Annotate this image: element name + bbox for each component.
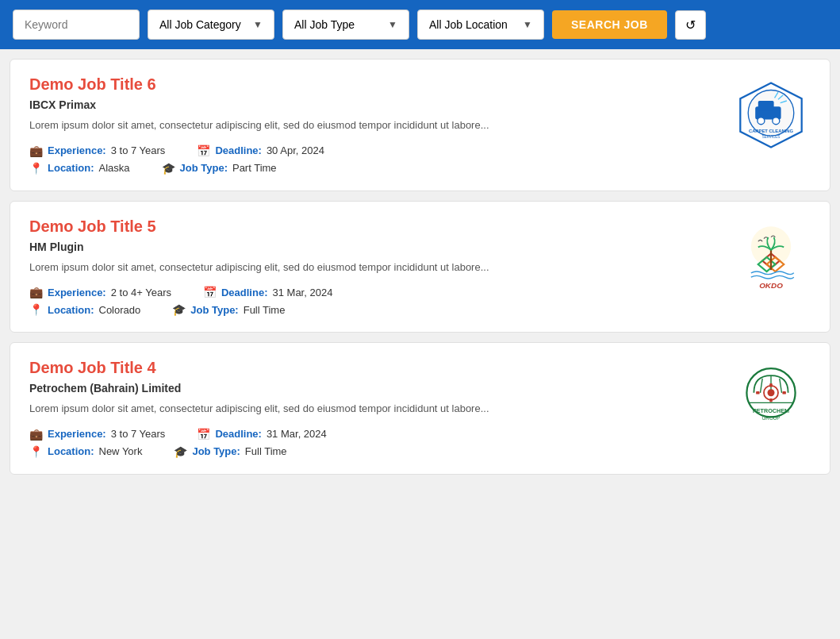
deadline-value-6: 30 Apr, 2024 xyxy=(267,144,324,156)
company-name-5: HM Plugin xyxy=(29,241,715,253)
job-description-5: Lorem ipsum dolor sit amet, consectetur … xyxy=(29,260,715,275)
location-chevron-icon: ▼ xyxy=(523,19,532,30)
deadline-value-4: 31 Mar, 2024 xyxy=(267,428,327,440)
experience-item-5: 💼 Experience: 2 to 4+ Years xyxy=(29,286,171,298)
deadline-value-5: 31 Mar, 2024 xyxy=(272,287,332,298)
location-value-6: Alaska xyxy=(99,162,130,174)
experience-value-4: 3 to 7 Years xyxy=(111,428,166,440)
deadline-label-5: Deadline: xyxy=(221,287,268,298)
type-chevron-icon: ▼ xyxy=(388,19,397,30)
svg-rect-26 xyxy=(782,391,786,395)
job-meta-5: 💼 Experience: 2 to 4+ Years 📅 Deadline: … xyxy=(29,286,715,316)
job-listings: Demo Job Title 6 IBCX Primax Lorem ipsum… xyxy=(0,49,840,484)
type-label: All Job Type xyxy=(294,18,355,31)
svg-point-4 xyxy=(758,117,765,125)
svg-text:GROUP: GROUP xyxy=(761,415,780,421)
experience-item-4: 💼 Experience: 3 to 7 Years xyxy=(29,428,165,441)
location-icon-4: 📍 xyxy=(29,445,43,458)
briefcase-icon-6: 💼 xyxy=(29,144,43,157)
job-info-6: Demo Job Title 6 IBCX Primax Lorem ipsum… xyxy=(29,75,715,175)
meta-row-1-6: 💼 Experience: 3 to 7 Years 📅 Deadline: 3… xyxy=(29,144,715,157)
meta-row-1-5: 💼 Experience: 2 to 4+ Years 📅 Deadline: … xyxy=(29,286,715,298)
experience-label-6: Experience: xyxy=(48,144,106,156)
svg-text:OKDO: OKDO xyxy=(759,280,783,289)
jobtype-value-6: Part Time xyxy=(232,162,277,174)
calendar-icon-6: 📅 xyxy=(197,144,210,157)
category-label: All Job Category xyxy=(159,18,241,31)
company-logo-5: OKDO xyxy=(731,217,811,297)
location-label: All Job Location xyxy=(429,18,508,31)
job-description-4: Lorem ipsum dolor sit amet, consectetur … xyxy=(29,401,715,417)
jobtype-item-6: 🎓 Job Type: Part Time xyxy=(162,162,277,175)
job-title-4[interactable]: Demo Job Title 4 xyxy=(29,359,715,377)
category-dropdown[interactable]: All Job Category ▼ xyxy=(148,10,274,40)
job-title-6[interactable]: Demo Job Title 6 xyxy=(29,75,715,94)
deadline-item-6: 📅 Deadline: 30 Apr, 2024 xyxy=(197,144,324,157)
company-name-6: IBCX Primax xyxy=(29,98,715,111)
experience-value-6: 3 to 7 Years xyxy=(111,144,166,156)
type-dropdown[interactable]: All Job Type ▼ xyxy=(282,10,409,40)
location-value-4: New York xyxy=(99,445,143,457)
experience-item-6: 💼 Experience: 3 to 7 Years xyxy=(29,144,165,157)
keyword-input[interactable] xyxy=(13,10,140,40)
jobtype-label-5: Job Type: xyxy=(190,304,238,316)
refresh-icon: ↺ xyxy=(685,17,696,33)
search-bar: All Job Category ▼ All Job Type ▼ All Jo… xyxy=(0,0,840,49)
meta-row-2-6: 📍 Location: Alaska 🎓 Job Type: Part Time xyxy=(29,162,715,175)
svg-text:PETROCHEM: PETROCHEM xyxy=(753,407,789,414)
meta-row-2-4: 📍 Location: New York 🎓 Job Type: Full Ti… xyxy=(29,445,715,458)
calendar-icon-5: 📅 xyxy=(203,286,217,298)
deadline-label-4: Deadline: xyxy=(215,428,262,440)
category-chevron-icon: ▼ xyxy=(253,19,263,30)
jobtype-value-5: Full Time xyxy=(244,304,286,316)
location-item-5: 📍 Location: Colorado xyxy=(29,303,140,316)
svg-rect-23 xyxy=(769,383,773,387)
location-icon-6: 📍 xyxy=(29,162,43,175)
briefcase-icon-4: 💼 xyxy=(29,428,43,441)
svg-rect-3 xyxy=(758,101,774,111)
svg-rect-25 xyxy=(756,391,760,395)
job-meta-4: 💼 Experience: 3 to 7 Years 📅 Deadline: 3… xyxy=(29,428,715,458)
jobtype-label-4: Job Type: xyxy=(192,445,240,457)
location-dropdown[interactable]: All Job Location ▼ xyxy=(417,10,544,40)
job-info-5: Demo Job Title 5 HM Plugin Lorem ipsum d… xyxy=(29,217,715,317)
experience-value-5: 2 to 4+ Years xyxy=(111,287,171,298)
jobtype-value-4: Full Time xyxy=(245,445,287,457)
location-label-4: Location: xyxy=(48,445,94,457)
graduation-icon-5: 🎓 xyxy=(172,303,186,316)
location-icon-5: 📍 xyxy=(29,303,43,316)
svg-point-22 xyxy=(768,389,775,396)
company-name-4: Petrochem (Bahrain) Limited xyxy=(29,382,715,395)
meta-row-2-5: 📍 Location: Colorado 🎓 Job Type: Full Ti… xyxy=(29,303,715,316)
svg-text:CARPET CLEANING: CARPET CLEANING xyxy=(749,129,794,133)
job-card-4: Demo Job Title 4 Petrochem (Bahrain) Lim… xyxy=(10,342,830,475)
job-info-4: Demo Job Title 4 Petrochem (Bahrain) Lim… xyxy=(29,359,715,458)
deadline-label-6: Deadline: xyxy=(215,144,262,156)
refresh-button[interactable]: ↺ xyxy=(675,10,706,40)
job-description-6: Lorem ipsum dolor sit amet, consectetur … xyxy=(29,117,715,133)
experience-label-4: Experience: xyxy=(48,428,106,440)
jobtype-label-6: Job Type: xyxy=(180,162,228,174)
svg-rect-24 xyxy=(769,398,773,402)
job-title-5[interactable]: Demo Job Title 5 xyxy=(29,217,715,236)
job-meta-6: 💼 Experience: 3 to 7 Years 📅 Deadline: 3… xyxy=(29,144,715,175)
svg-line-19 xyxy=(780,379,782,393)
company-logo-4: PETROCHEM GROUP xyxy=(731,359,811,438)
search-job-button[interactable]: SEARCH JOB xyxy=(552,10,667,39)
deadline-item-4: 📅 Deadline: 31 Mar, 2024 xyxy=(197,428,326,441)
company-logo-6: CARPET CLEANING SERVICES xyxy=(731,75,811,155)
job-card-5: Demo Job Title 5 HM Plugin Lorem ipsum d… xyxy=(10,201,830,333)
job-card-6: Demo Job Title 6 IBCX Primax Lorem ipsum… xyxy=(10,59,830,191)
calendar-icon-4: 📅 xyxy=(197,428,210,441)
location-value-5: Colorado xyxy=(99,304,141,316)
experience-label-5: Experience: xyxy=(48,287,106,298)
jobtype-item-5: 🎓 Job Type: Full Time xyxy=(172,303,285,316)
svg-text:SERVICES: SERVICES xyxy=(762,135,781,139)
location-item-6: 📍 Location: Alaska xyxy=(29,162,130,175)
graduation-icon-4: 🎓 xyxy=(174,445,187,458)
meta-row-1-4: 💼 Experience: 3 to 7 Years 📅 Deadline: 3… xyxy=(29,428,715,441)
location-label-6: Location: xyxy=(48,162,94,174)
deadline-item-5: 📅 Deadline: 31 Mar, 2024 xyxy=(203,286,332,298)
svg-line-18 xyxy=(761,379,763,393)
graduation-icon-6: 🎓 xyxy=(162,162,175,175)
